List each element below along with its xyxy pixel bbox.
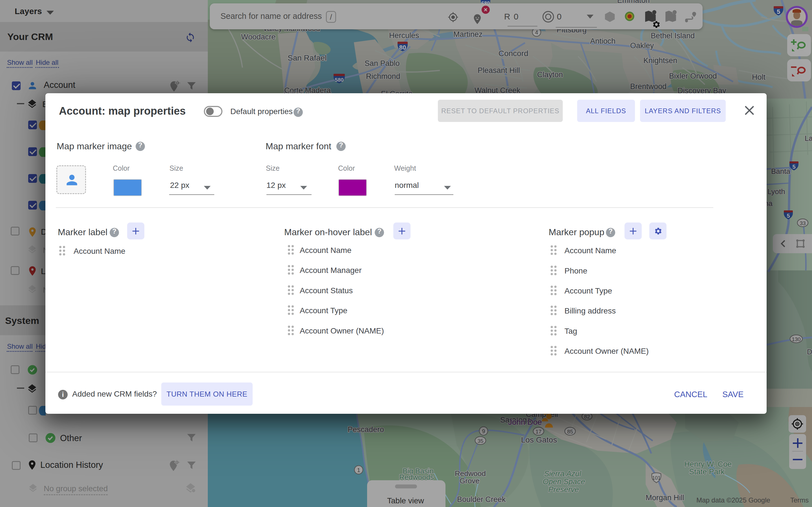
svg-text:85: 85 [567, 429, 573, 435]
svg-text:Knightsen: Knightsen [644, 56, 677, 65]
svg-text:Banta: Banta [771, 167, 790, 175]
svg-text:Oakley: Oakley [630, 41, 654, 50]
svg-text:Los Gatos: Los Gatos [521, 436, 557, 444]
svg-text:Open Space: Open Space [543, 477, 585, 486]
svg-text:State Park: State Park [689, 467, 725, 476]
svg-text:82: 82 [584, 414, 590, 420]
svg-text:580: 580 [335, 77, 344, 83]
svg-text:Clayton: Clayton [537, 70, 563, 79]
svg-text:Sierra Azul: Sierra Azul [544, 469, 581, 478]
svg-text:35: 35 [477, 438, 483, 444]
svg-text:Martinez: Martinez [453, 30, 483, 39]
svg-text:Boulder Creek: Boulder Creek [457, 495, 506, 504]
svg-text:Pescadero: Pescadero [348, 425, 384, 434]
svg-text:1: 1 [357, 467, 360, 473]
svg-text:Terms: Terms [790, 496, 809, 504]
svg-text:Di: Di [807, 348, 812, 356]
svg-text:Woodacre: Woodacre [241, 33, 276, 41]
svg-text:Morgan Hill: Morgan Hill [646, 494, 684, 502]
svg-text:Henry W. Coe: Henry W. Coe [684, 460, 732, 468]
svg-text:17: 17 [536, 429, 541, 435]
svg-text:Lyoth: Lyoth [767, 187, 785, 196]
svg-text:33: 33 [800, 220, 806, 226]
svg-text:Map data ©2025 Google: Map data ©2025 Google [696, 496, 770, 504]
svg-text:130: 130 [792, 336, 801, 342]
svg-text:80: 80 [399, 44, 406, 51]
svg-text:Preserve: Preserve [548, 485, 579, 494]
svg-text:5: 5 [777, 8, 780, 15]
svg-text:John Doe: John Doe [508, 418, 542, 427]
svg-text:San Pablo: San Pablo [364, 59, 400, 68]
svg-text:4: 4 [535, 29, 538, 36]
svg-text:Richmond: Richmond [366, 72, 400, 80]
svg-text:9: 9 [482, 428, 485, 434]
svg-text:Concord: Concord [499, 49, 528, 58]
svg-text:Hercules: Hercules [389, 31, 419, 40]
svg-text:Brentwood: Brentwood [630, 82, 666, 91]
svg-text:Grove: Grove [460, 476, 479, 485]
svg-text:Bixler Orwood: Bixler Orwood [669, 72, 717, 80]
svg-text:5: 5 [792, 164, 795, 170]
svg-text:Holt: Holt [752, 73, 766, 81]
svg-text:La: La [805, 134, 812, 143]
svg-text:Bethel Island: Bethel Island [651, 32, 695, 40]
svg-text:101: 101 [652, 475, 661, 481]
svg-text:San Rafael: San Rafael [288, 54, 327, 62]
svg-text:Antioch: Antioch [590, 37, 615, 45]
svg-text:Pleasant Hill: Pleasant Hill [477, 66, 520, 75]
svg-text:5: 5 [786, 213, 790, 219]
